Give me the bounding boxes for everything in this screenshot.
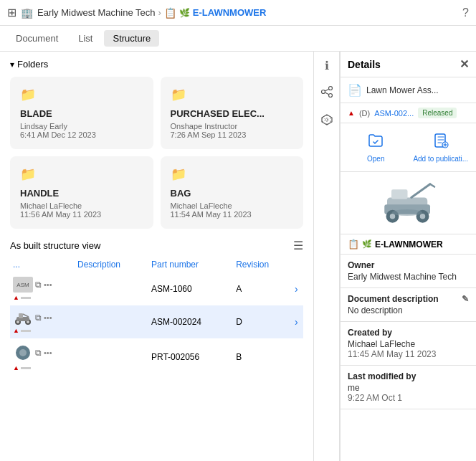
structure-menu-icon[interactable]: ☰ <box>293 239 303 252</box>
owner-section: Owner Early Midwest Machine Tech <box>341 255 476 288</box>
add-to-pub-label: Add to publicati... <box>413 155 468 163</box>
expand-icon[interactable]: ⊞ <box>7 6 16 19</box>
folder-purchased-elec[interactable]: 📁 PURCHASED ELEC... Onshape Instructor 7… <box>161 77 304 149</box>
folder-bag[interactable]: 📁 BAG Michael LaFleche 11:54 AM May 11 2… <box>161 156 304 229</box>
doc-name[interactable]: E-LAWNMOWER <box>193 7 267 18</box>
row3-triangle: ▲ <box>13 364 19 371</box>
row1-chevron[interactable]: › <box>292 272 303 305</box>
doc-info-row: 📄 Lawn Mower Ass... <box>341 77 476 103</box>
last-modified-section: Last modified by me 9:22 AM Oct 1 <box>341 366 476 409</box>
share-icon[interactable] <box>320 85 333 100</box>
meta-badge-text: ASM-002... <box>374 109 414 118</box>
svg-line-13 <box>325 92 329 95</box>
svg-point-29 <box>419 214 425 219</box>
edit-icon[interactable]: ✎ <box>462 294 469 304</box>
row1-revision: A <box>233 272 292 305</box>
row3-revision: B <box>233 338 292 376</box>
row3-part-number: PRT-002056 <box>148 338 233 376</box>
add-to-pub-icon <box>432 132 449 153</box>
created-by-datetime: 11:45 AM May 11 2023 <box>348 349 469 359</box>
folders-header[interactable]: ▾ Folders <box>10 59 303 70</box>
row1-line <box>21 297 31 299</box>
row1-asm-icon: ASM <box>13 277 33 293</box>
meta-label: (D) <box>359 109 370 118</box>
left-panel: ▾ Folders 📁 BLADE Lindsay Early 6:41 AM … <box>0 52 314 461</box>
svg-point-8 <box>19 349 27 356</box>
close-button[interactable]: ✕ <box>460 57 469 71</box>
svg-point-31 <box>391 209 422 216</box>
structure-view-title: As built structure view <box>10 240 100 251</box>
table-row[interactable]: ⧉ ••• ▲ PRT-002056 B <box>10 338 303 376</box>
folder-name-purchased: PURCHASED ELEC... <box>171 108 294 119</box>
document-description-section: Document description ✎ No description <box>341 288 476 322</box>
main-area: ▾ Folders 📁 BLADE Lindsay Early 6:41 AM … <box>0 52 476 461</box>
row2-part-number: ASM-002024 <box>148 305 233 338</box>
details-title: Details <box>348 59 381 70</box>
row3-line <box>21 367 31 369</box>
folder-icon-blade: 📁 <box>20 87 143 103</box>
row2-lawnmower-icon <box>13 310 33 325</box>
row1-description <box>75 272 148 305</box>
structure-thead: ... Description Part number Revision <box>10 257 303 272</box>
side-icons-strip: ℹ <box>314 52 340 461</box>
folder-handle[interactable]: 📁 HANDLE Michael LaFleche 11:56 AM May 1… <box>10 156 153 229</box>
folder-name-handle: HANDLE <box>20 188 143 199</box>
structure-view-header: As built structure view ☰ <box>10 239 303 252</box>
open-button[interactable]: Open <box>345 129 407 166</box>
help-icon[interactable]: ? <box>462 6 469 19</box>
open-label: Open <box>367 155 384 163</box>
created-by-label: Created by <box>348 328 469 338</box>
doc-leaf-icon: 🌿 <box>362 239 372 249</box>
folder-name-bag: BAG <box>171 188 294 199</box>
topbar: ⊞ 🏢 Early Midwest Machine Tech › 📋 🌿 E-L… <box>0 0 476 26</box>
folder-meta-bag: Michael LaFleche 11:54 AM May 11 2023 <box>171 201 294 219</box>
owner-label: Owner <box>348 260 469 270</box>
last-modified-label: Last modified by <box>348 371 469 381</box>
status-badge: Released <box>418 108 457 118</box>
doc-name-icon: 📋 <box>348 239 359 249</box>
workspace-label[interactable]: Early Midwest Machine Tech <box>37 7 156 18</box>
table-row[interactable]: ⧉ ••• ▲ ASM-002024 D › <box>10 305 303 338</box>
leaf-icon: 🌿 <box>179 8 190 18</box>
row3-chevron <box>292 338 303 376</box>
col-part-number: Part number <box>148 257 233 272</box>
row2-dots[interactable]: ••• <box>44 313 52 322</box>
last-modified-datetime: 9:22 AM Oct 1 <box>348 393 469 403</box>
breadcrumb: Early Midwest Machine Tech › 📋 🌿 E-LAWNM… <box>37 7 266 19</box>
svg-point-10 <box>321 90 325 94</box>
row2-description <box>75 305 148 338</box>
svg-line-24 <box>430 184 434 187</box>
row3-dots[interactable]: ••• <box>44 348 52 357</box>
row3-copy-icon[interactable]: ⧉ <box>35 348 42 358</box>
svg-marker-14 <box>322 115 332 125</box>
svg-rect-5 <box>19 313 23 318</box>
add-to-publication-button[interactable]: Add to publicati... <box>410 129 472 166</box>
svg-line-6 <box>23 314 29 317</box>
details-panel: Details ✕ 📄 Lawn Mower Ass... ▲ (D) ASM-… <box>340 52 476 461</box>
table-row[interactable]: ASM ⧉ ••• ▲ ASM-1060 A › <box>10 272 303 305</box>
row3-description <box>75 338 148 376</box>
row2-copy-icon[interactable]: ⧉ <box>35 313 42 323</box>
row1-copy-icon[interactable]: ⧉ <box>35 280 42 290</box>
breadcrumb-separator: › <box>158 7 161 18</box>
tab-document[interactable]: Document <box>7 30 67 47</box>
svg-rect-30 <box>391 189 408 199</box>
tab-list[interactable]: List <box>70 30 101 47</box>
3d-icon[interactable] <box>320 113 333 129</box>
col-chevron <box>292 257 303 272</box>
folder-blade[interactable]: 📁 BLADE Lindsay Early 6:41 AM Dec 12 202… <box>10 77 153 149</box>
col-revision: Revision <box>233 257 292 272</box>
folder-meta-handle: Michael LaFleche 11:56 AM May 11 2023 <box>20 201 143 219</box>
created-by-author: Michael LaFleche <box>348 339 469 349</box>
folders-grid: 📁 BLADE Lindsay Early 6:41 AM Dec 12 202… <box>10 77 303 229</box>
last-modified-author: me <box>348 383 469 393</box>
col-icons: ... <box>10 257 75 272</box>
workspace-icon: 🏢 <box>21 7 33 19</box>
row2-chevron[interactable]: › <box>292 305 303 338</box>
open-icon <box>367 132 384 153</box>
info-icon[interactable]: ℹ <box>325 59 329 72</box>
tab-structure[interactable]: Structure <box>104 30 159 47</box>
row1-dots[interactable]: ••• <box>44 280 52 289</box>
document-description-label: Document description ✎ <box>348 294 469 304</box>
doc-info-title: Lawn Mower Ass... <box>366 85 439 95</box>
